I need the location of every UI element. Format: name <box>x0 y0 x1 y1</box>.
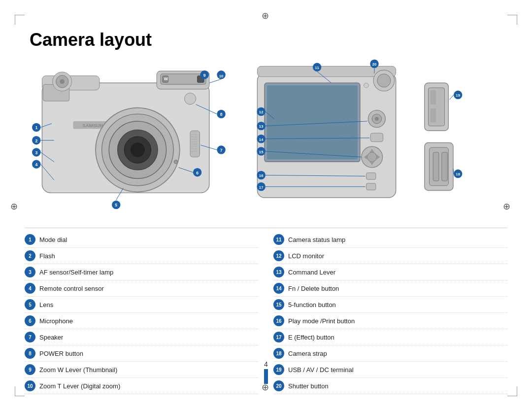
svg-text:4: 4 <box>35 162 37 167</box>
svg-point-15 <box>131 143 145 157</box>
svg-point-67 <box>367 152 376 162</box>
label-number: 18 <box>273 348 284 359</box>
camera-diagram-left: W SAMSUNG <box>25 57 232 214</box>
label-text: Camera strap <box>288 350 327 357</box>
label-row: 17E (Effect) button <box>273 329 507 345</box>
svg-text:9: 9 <box>203 73 206 78</box>
svg-text:14: 14 <box>259 137 264 142</box>
corner-mark-tl <box>15 15 25 25</box>
svg-rect-76 <box>433 152 439 181</box>
crosshair-top <box>266 15 276 25</box>
svg-line-108 <box>449 95 454 100</box>
svg-text:15: 15 <box>259 150 264 154</box>
label-text: Flash <box>39 252 55 260</box>
label-row: 8POWER button <box>25 345 259 362</box>
label-text: Zoom T Lever (Digital zoom) <box>39 382 120 390</box>
svg-text:8: 8 <box>220 112 223 117</box>
svg-text:17: 17 <box>259 185 264 190</box>
right-labels-column: 11Camera status lamp12LCD monitor13Comma… <box>273 232 507 394</box>
label-row: 155-function button <box>273 297 507 313</box>
label-text: AF sensor/Self-timer lamp <box>39 269 113 276</box>
camera-diagram-right: 11 12 13 14 15 16 17 <box>241 57 507 214</box>
label-row: 20Shutter button <box>273 378 507 394</box>
svg-text:18: 18 <box>456 172 460 176</box>
label-number: 4 <box>25 283 35 294</box>
svg-text:11: 11 <box>315 66 319 70</box>
svg-text:1: 1 <box>35 125 37 130</box>
svg-rect-65 <box>370 133 383 141</box>
label-row: 3AF sensor/Self-timer lamp <box>25 264 259 280</box>
svg-point-21 <box>174 160 178 164</box>
label-row: 4Remote control sensor <box>25 280 259 297</box>
corner-mark-tr <box>507 15 517 25</box>
svg-point-24 <box>60 79 65 84</box>
svg-text:7: 7 <box>220 148 223 153</box>
label-text: Microphone <box>39 317 73 325</box>
label-row: 2Flash <box>25 248 259 264</box>
label-number: 12 <box>273 250 284 261</box>
svg-text:19: 19 <box>456 93 460 98</box>
label-number: 7 <box>25 332 35 342</box>
label-text: Speaker <box>39 334 63 341</box>
svg-text:5: 5 <box>115 203 117 207</box>
label-number: 13 <box>273 267 284 277</box>
label-row: 12LCD monitor <box>273 248 507 264</box>
label-text: Camera status lamp <box>288 236 345 243</box>
crosshair-left <box>15 206 25 215</box>
label-text: LCD monitor <box>288 252 324 260</box>
label-row: 14Fn / Delete button <box>273 280 507 297</box>
svg-text:W: W <box>164 76 168 81</box>
label-number: 15 <box>273 299 284 310</box>
label-number: 11 <box>273 234 284 245</box>
label-number: 17 <box>273 332 284 342</box>
separator-line <box>25 228 507 228</box>
page-number-bar <box>264 369 268 384</box>
label-text: Lens <box>39 301 53 308</box>
label-row: 6Microphone <box>25 313 259 329</box>
svg-text:3: 3 <box>35 150 37 155</box>
svg-point-20 <box>184 93 196 104</box>
svg-point-61 <box>364 83 369 88</box>
svg-text:2: 2 <box>35 138 37 143</box>
svg-text:20: 20 <box>372 62 377 67</box>
page-title: Camera layout <box>30 30 152 50</box>
svg-text:16: 16 <box>259 173 264 178</box>
corner-mark-br <box>507 386 517 396</box>
label-number: 5 <box>25 299 35 310</box>
corner-mark-bl <box>15 386 25 396</box>
label-row: 19USB / AV / DC terminal <box>273 362 507 378</box>
label-number: 10 <box>25 380 35 391</box>
label-text: Fn / Delete button <box>288 285 339 292</box>
label-text: Play mode /Print button <box>288 317 355 325</box>
svg-text:6: 6 <box>196 171 199 175</box>
label-number: 14 <box>273 283 284 294</box>
label-text: Mode dial <box>39 236 67 243</box>
label-number: 19 <box>273 364 284 375</box>
label-number: 20 <box>273 380 284 391</box>
label-text: Command Lever <box>288 269 335 276</box>
label-number: 16 <box>273 315 284 326</box>
svg-line-54 <box>209 79 221 83</box>
svg-point-60 <box>377 74 391 87</box>
page-number-text: 4 <box>264 360 268 368</box>
svg-text:12: 12 <box>259 110 264 114</box>
label-row: 16Play mode /Print button <box>273 313 507 329</box>
label-text: Shutter button <box>288 382 329 390</box>
label-row: 13Command Lever <box>273 264 507 280</box>
label-text: Remote control sensor <box>39 285 104 292</box>
svg-rect-81 <box>430 108 436 123</box>
page-number-area: 4 <box>264 360 268 384</box>
label-text: Zoom W Lever (Thumbnail) <box>39 366 117 374</box>
crosshair-right <box>507 206 517 215</box>
svg-point-64 <box>375 117 379 121</box>
svg-rect-73 <box>366 183 376 190</box>
svg-text:13: 13 <box>259 124 264 129</box>
label-text: USB / AV / DC terminal <box>288 366 354 374</box>
svg-rect-80 <box>430 90 436 104</box>
label-number: 1 <box>25 234 35 245</box>
label-row: 11Camera status lamp <box>273 232 507 248</box>
label-number: 3 <box>25 267 35 277</box>
label-row: 9Zoom W Lever (Thumbnail) <box>25 362 259 378</box>
svg-rect-16 <box>190 131 200 157</box>
label-number: 2 <box>25 250 35 261</box>
